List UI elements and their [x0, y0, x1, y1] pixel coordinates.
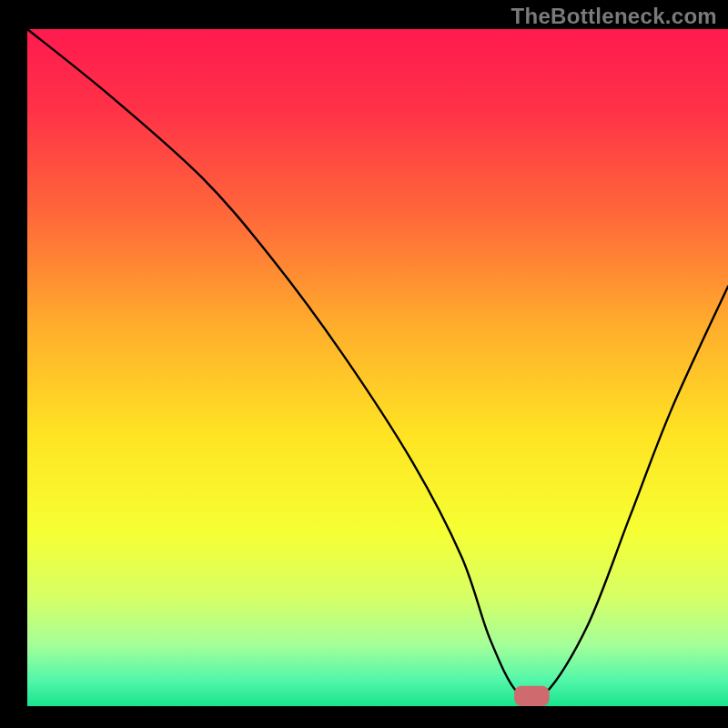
optimal-marker [514, 686, 550, 706]
bottleneck-chart [0, 0, 728, 728]
chart-frame: TheBottleneck.com [0, 0, 728, 728]
plot-background [27, 29, 728, 706]
